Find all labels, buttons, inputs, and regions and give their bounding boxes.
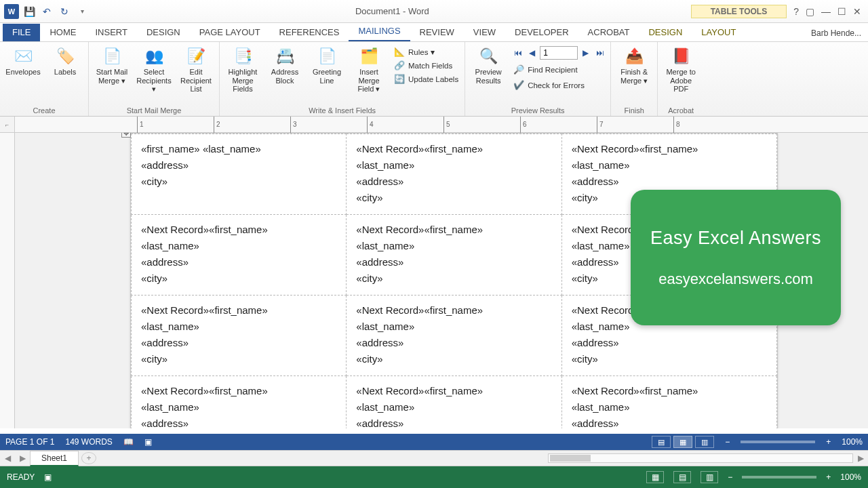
- label-cell[interactable]: «Next Record»«first_name» «last_name» «a…: [347, 376, 561, 429]
- last-record-button[interactable]: ⏭: [593, 47, 606, 60]
- excel-sheet-tabs: ◀ ▶ Sheet1 + ▶: [0, 450, 868, 466]
- word-logo-icon: W: [4, 4, 19, 19]
- sheet-nav-next[interactable]: ▶: [15, 453, 30, 463]
- start-mail-merge-button[interactable]: 📄Start Mail Merge ▾: [93, 45, 131, 85]
- label-cell[interactable]: «Next Record»«first_name» «last_name» «a…: [347, 134, 561, 215]
- excel-page-layout-view[interactable]: ▤: [673, 471, 691, 483]
- save-icon[interactable]: 💾: [22, 4, 37, 19]
- mail-merge-icon: 📄: [100, 45, 124, 68]
- envelopes-button[interactable]: ✉️Envelopes: [4, 45, 42, 77]
- help-icon[interactable]: ?: [793, 6, 799, 17]
- label-cell[interactable]: «first_name» «last_name» «address» «city…: [132, 134, 347, 215]
- sheet-nav-prev[interactable]: ◀: [0, 453, 15, 463]
- rules-button[interactable]: 📐Rules ▾: [392, 46, 460, 58]
- maximize-icon[interactable]: ☐: [837, 6, 846, 17]
- ruler: ⌐ 12345678: [0, 117, 868, 133]
- check-errors-button[interactable]: ✔️Check for Errors: [511, 79, 606, 91]
- table-move-handle-icon[interactable]: ✥: [121, 133, 131, 138]
- view-buttons: ▤ ▦ ▥: [652, 436, 714, 448]
- page-indicator[interactable]: PAGE 1 OF 1: [5, 437, 54, 447]
- minimize-icon[interactable]: —: [821, 6, 831, 17]
- tab-review[interactable]: REVIEW: [410, 24, 464, 41]
- tab-home[interactable]: HOME: [40, 24, 85, 41]
- merge-to-pdf-button[interactable]: 📕Merge to Adobe PDF: [662, 45, 700, 94]
- greeting-line-button[interactable]: 📄Greeting Line: [308, 45, 346, 85]
- first-record-button[interactable]: ⏮: [511, 47, 524, 60]
- finish-merge-button[interactable]: 📤Finish & Merge ▾: [615, 45, 653, 85]
- excel-macro-icon[interactable]: ▣: [44, 472, 52, 482]
- zoom-out-button[interactable]: −: [725, 437, 730, 447]
- label-cell[interactable]: «Next Record»«first_name» «last_name» «a…: [561, 376, 776, 429]
- prev-record-button[interactable]: ◀: [526, 47, 538, 60]
- rules-icon: 📐: [394, 47, 405, 57]
- label-cell[interactable]: «Next Record»«first_name» «last_name» «a…: [132, 215, 347, 296]
- ruler-tick: 3: [290, 117, 291, 133]
- horizontal-ruler[interactable]: 12345678: [15, 117, 868, 132]
- label-cell[interactable]: «Next Record»«first_name» «last_name» «a…: [132, 376, 347, 429]
- tab-view[interactable]: VIEW: [464, 24, 505, 41]
- zoom-in-button[interactable]: +: [826, 437, 831, 447]
- qat-customize-icon[interactable]: ▾: [75, 4, 90, 19]
- excel-zoom-level[interactable]: 100%: [840, 472, 861, 482]
- excel-zoom-in[interactable]: +: [826, 472, 831, 482]
- tab-developer[interactable]: DEVELOPER: [505, 24, 578, 41]
- labels-button[interactable]: 🏷️Labels: [46, 45, 84, 77]
- ribbon-options-icon[interactable]: ▢: [806, 6, 814, 17]
- print-layout-button[interactable]: ▦: [673, 436, 692, 448]
- excel-normal-view[interactable]: ▦: [646, 471, 664, 483]
- spelling-icon[interactable]: 📖: [123, 437, 134, 447]
- label-cell[interactable]: «Next Record»«first_name» «last_name» «a…: [132, 296, 347, 376]
- excel-status-bar: READY ▣ ▦ ▤ ▥ − + 100%: [0, 466, 868, 488]
- label-cell[interactable]: «Next Record»«first_name» «last_name» «a…: [347, 296, 561, 376]
- macro-icon[interactable]: ▣: [144, 437, 152, 447]
- redo-icon[interactable]: ↻: [57, 4, 72, 19]
- scrollbar-thumb[interactable]: [550, 455, 591, 462]
- excel-zoom-slider[interactable]: [742, 476, 816, 479]
- tab-mailings[interactable]: MAILINGS: [349, 22, 410, 41]
- tab-table-design[interactable]: DESIGN: [639, 24, 692, 41]
- tab-page-layout[interactable]: PAGE LAYOUT: [190, 24, 270, 41]
- close-icon[interactable]: ✕: [853, 6, 861, 17]
- address-block-icon: 📇: [273, 45, 297, 68]
- find-recipient-button[interactable]: 🔎Find Recipient: [511, 64, 606, 75]
- match-icon: 🔗: [394, 60, 405, 70]
- tab-insert[interactable]: INSERT: [85, 24, 136, 41]
- account-name[interactable]: Barb Hende...: [804, 25, 868, 41]
- check-icon: ✔️: [513, 80, 524, 90]
- match-fields-button[interactable]: 🔗Match Fields: [392, 60, 460, 71]
- excel-page-break-view[interactable]: ▥: [701, 471, 718, 483]
- scroll-right-button[interactable]: ▶: [853, 453, 868, 463]
- update-labels-button[interactable]: 🔄Update Labels: [392, 73, 460, 85]
- record-number-input[interactable]: [540, 46, 578, 60]
- horizontal-scrollbar[interactable]: [548, 453, 853, 463]
- tab-references[interactable]: REFERENCES: [270, 24, 349, 41]
- zoom-level[interactable]: 100%: [842, 437, 863, 447]
- undo-icon[interactable]: ↶: [39, 4, 54, 19]
- recipients-icon: 👥: [142, 45, 166, 68]
- next-record-button[interactable]: ▶: [579, 47, 592, 60]
- read-mode-button[interactable]: ▤: [652, 436, 671, 448]
- insert-merge-field-button[interactable]: 🗂️Insert Merge Field ▾: [350, 45, 388, 94]
- watermark-title: Easy Excel Answers: [650, 228, 821, 249]
- tab-table-layout[interactable]: LAYOUT: [692, 24, 745, 41]
- excel-zoom-out[interactable]: −: [728, 472, 732, 482]
- edit-recipient-list-button[interactable]: 📝Edit Recipient List: [177, 45, 215, 94]
- tab-design[interactable]: DESIGN: [137, 24, 190, 41]
- word-count[interactable]: 149 WORDS: [65, 437, 112, 447]
- label-cell[interactable]: «Next Record»«first_name» «last_name» «a…: [347, 215, 561, 296]
- web-layout-button[interactable]: ▥: [695, 436, 714, 448]
- tab-acrobat[interactable]: ACROBAT: [578, 24, 639, 41]
- ruler-corner: ⌐: [0, 117, 15, 132]
- address-block-button[interactable]: 📇Address Block: [266, 45, 304, 85]
- highlight-fields-button[interactable]: 📑Highlight Merge Fields: [224, 45, 262, 94]
- zoom-slider[interactable]: [741, 441, 815, 443]
- group-label: Create: [4, 105, 84, 115]
- sheet-tab[interactable]: Sheet1: [30, 451, 79, 466]
- new-sheet-button[interactable]: +: [81, 452, 96, 464]
- preview-results-button[interactable]: 🔍Preview Results: [469, 45, 507, 85]
- group-finish: 📤Finish & Merge ▾ Finish: [611, 42, 658, 116]
- vertical-ruler[interactable]: [0, 133, 15, 428]
- tab-file[interactable]: FILE: [3, 24, 40, 41]
- select-recipients-button[interactable]: 👥Select Recipients ▾: [135, 45, 173, 94]
- group-start-mail-merge: 📄Start Mail Merge ▾ 👥Select Recipients ▾…: [89, 42, 220, 116]
